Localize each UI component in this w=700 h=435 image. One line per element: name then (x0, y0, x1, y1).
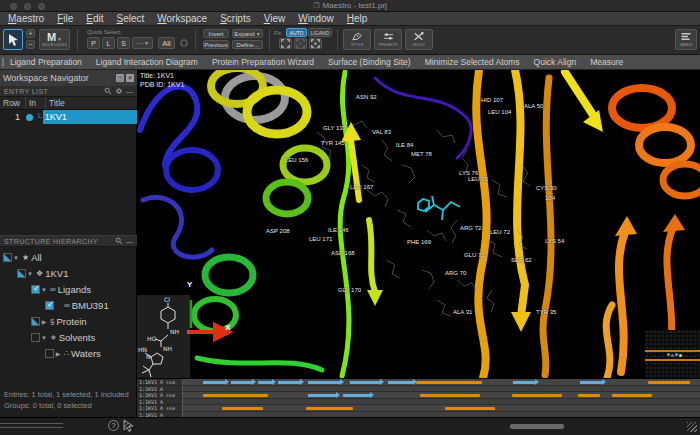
build-button[interactable]: BUILD (405, 29, 433, 50)
included-dot-icon[interactable] (26, 114, 33, 121)
menu-help[interactable]: Help (347, 13, 368, 24)
residue-label: LEU 156 (285, 157, 308, 163)
quick-select-l-button[interactable]: L (102, 37, 115, 49)
expander-open-icon[interactable]: ▼ (40, 335, 48, 341)
menu-edit[interactable]: Edit (86, 13, 103, 24)
menu-maestro[interactable]: Maestro (8, 13, 44, 24)
fav-quick-align[interactable]: Quick Align (534, 57, 577, 67)
tree-row-protein[interactable]: ▶ § Protein (0, 314, 137, 329)
residue-label: HID 107 (481, 97, 503, 103)
panel-splitter-handle[interactable] (0, 423, 63, 428)
expander-closed-icon[interactable]: ▶ (40, 318, 48, 325)
fit-ligand-toggle[interactable]: LIGAND (308, 28, 332, 37)
maestro-window: ❐Maestro - test1.prj Maestro File Edit S… (0, 0, 700, 435)
far-clip-plane[interactable] (645, 359, 700, 361)
select-all-button[interactable]: All (158, 37, 175, 49)
visibility-checkbox-unchecked[interactable] (31, 333, 40, 342)
menu-select[interactable]: Select (117, 13, 145, 24)
menu-window[interactable]: Window (298, 13, 334, 24)
quick-select-s-button[interactable]: S (117, 37, 130, 49)
svg-text:NH: NH (163, 345, 172, 352)
tree-row-all[interactable]: ▼ ★ All (0, 250, 137, 265)
beta-strand-arrow (580, 381, 602, 384)
entry-list-column-headers: Row In Title (0, 97, 137, 110)
presets-button[interactable]: PRESETS (374, 29, 402, 50)
expander-open-icon[interactable]: ▼ (12, 255, 20, 261)
close-panel-icon[interactable]: ✕ (126, 74, 134, 82)
fav-ligand-interaction-diagram[interactable]: Ligand Interaction Diagram (96, 57, 198, 67)
menu-workspace[interactable]: Workspace (157, 13, 207, 24)
visibility-checkbox-partial[interactable] (17, 269, 26, 278)
workspace-navigator-header: Workspace Navigator ◳ ✕ (0, 70, 137, 85)
tasks-button[interactable]: TASKS (675, 29, 697, 50)
gear-icon[interactable] (115, 87, 123, 95)
favorites-bar: Ligand Preparation Ligand Interaction Di… (0, 55, 700, 70)
fit-selection-button[interactable] (294, 38, 307, 49)
fav-ligand-preparation[interactable]: Ligand Preparation (10, 57, 82, 67)
helix-bar (445, 407, 495, 411)
fav-measure[interactable]: Measure (590, 57, 623, 67)
sequence-viewer[interactable]: 1:1KV1_A_ssa 1:1KV1_A ERPTFYRQELNKTIWEVP… (137, 378, 700, 417)
visibility-checkbox-partial[interactable] (31, 317, 40, 326)
fit-auto-toggle[interactable]: AUTO (286, 28, 307, 37)
main-toolbar: + − M▼ MOLECULES Quick Select P L S ···▼… (0, 26, 700, 55)
ligand-icon: ∞ (50, 285, 56, 294)
visibility-checkbox-checked[interactable] (31, 285, 40, 294)
tree-row-waters[interactable]: ▶ ∴ Waters (0, 346, 137, 361)
residue-label: ASN 92 (356, 94, 377, 100)
groups-status: Groups: 0 total, 0 selected (4, 401, 92, 410)
column-title[interactable]: Title (46, 97, 137, 109)
menu-scripts[interactable]: Scripts (220, 13, 251, 24)
menu-file[interactable]: File (57, 13, 73, 24)
quick-select-more-button[interactable]: ···▼ (132, 37, 153, 49)
fav-minimize-selected-atoms[interactable]: Minimize Selected Atoms (425, 57, 520, 67)
invert-selection-button[interactable]: Invert (203, 29, 229, 38)
tree-row-ligands[interactable]: ▼ ∞ Ligands (0, 282, 137, 297)
toolbar-grip[interactable] (2, 58, 4, 67)
entry-title-selected[interactable]: 1KV1 (43, 110, 137, 124)
style-button[interactable]: STYLE (343, 29, 371, 50)
collapse-section-icon[interactable]: — (126, 238, 133, 245)
quick-select-p-button[interactable]: P (87, 37, 100, 49)
search-icon[interactable] (104, 87, 112, 95)
menu-view[interactable]: View (264, 13, 286, 24)
molecules-select-button[interactable]: M▼ MOLECULES (39, 29, 70, 50)
visibility-checkbox-unchecked[interactable] (45, 349, 54, 358)
expand-selection-button[interactable]: Expand▼ (232, 29, 263, 38)
fit-ligand-icon (311, 39, 320, 48)
expander-open-icon[interactable]: ▼ (26, 271, 34, 277)
helix-bar (512, 394, 562, 398)
near-clip-plane[interactable] (645, 350, 700, 352)
entry-row-1kv1[interactable]: 1 └ 1KV1 (0, 110, 137, 124)
fit-ligand-button[interactable] (309, 38, 322, 49)
previous-selection-button[interactable]: Previous (203, 40, 229, 49)
float-panel-icon[interactable]: ◳ (116, 74, 124, 82)
visibility-checkbox-checked[interactable] (45, 301, 54, 310)
horizontal-scrollbar-thumb[interactable] (510, 424, 564, 429)
toolbar-separator (195, 29, 196, 51)
zoom-in-button[interactable]: + (26, 29, 35, 38)
tree-row-bmu391[interactable]: ∞ BMU391 (0, 298, 137, 313)
column-in[interactable]: In (26, 97, 46, 109)
workspace-3d-viewport[interactable]: Title: 1KV1 PDB ID: 1KV1 ASN 92HID 107LE… (137, 70, 700, 378)
collapse-section-icon[interactable]: — (126, 88, 133, 95)
expander-closed-icon[interactable]: ▶ (54, 350, 62, 357)
search-icon[interactable] (115, 237, 123, 245)
tree-row-1kv1[interactable]: ▼ ❖ 1KV1 (0, 266, 137, 281)
fit-all-button[interactable] (279, 38, 292, 49)
expander-open-icon[interactable]: ▼ (40, 287, 48, 293)
visibility-checkbox-partial[interactable] (3, 253, 12, 262)
clipping-planes-widget[interactable] (645, 330, 700, 378)
atom-label-cl: Cl (164, 296, 170, 303)
helix-bar (306, 407, 353, 411)
beta-strand-arrow (258, 381, 272, 384)
tree-row-solvents[interactable]: ▼ ∗ Solvents (0, 330, 137, 345)
fav-protein-preparation-wizard[interactable]: Protein Preparation Wizard (212, 57, 314, 67)
define-selection-button[interactable]: Define... (232, 40, 263, 49)
zoom-out-button[interactable]: − (26, 40, 35, 49)
column-row[interactable]: Row (0, 97, 26, 109)
window-resize-grip[interactable] (687, 422, 697, 432)
selection-arrow-button[interactable] (3, 29, 23, 50)
fav-surface-binding-site[interactable]: Surface (Binding Site) (328, 57, 411, 67)
help-button[interactable]: ? (108, 420, 119, 431)
